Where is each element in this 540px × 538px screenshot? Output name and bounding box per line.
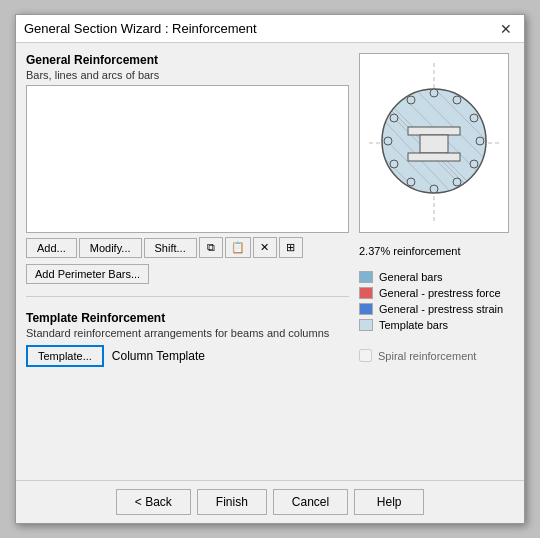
delete-icon-button[interactable]: ✕ — [253, 237, 277, 258]
svg-point-20 — [470, 114, 478, 122]
svg-point-24 — [430, 185, 438, 193]
dialog-footer: < Back Finish Cancel Help — [16, 480, 524, 523]
shift-button[interactable]: Shift... — [144, 238, 197, 258]
svg-point-23 — [453, 178, 461, 186]
modify-button[interactable]: Modify... — [79, 238, 142, 258]
perimeter-row: Add Perimeter Bars... — [26, 264, 349, 284]
cancel-button[interactable]: Cancel — [273, 489, 348, 515]
legend-color-general — [359, 271, 373, 283]
add-perimeter-button[interactable]: Add Perimeter Bars... — [26, 264, 149, 284]
svg-rect-16 — [420, 135, 448, 153]
svg-point-27 — [384, 137, 392, 145]
svg-point-28 — [390, 114, 398, 122]
svg-rect-15 — [408, 127, 460, 135]
toolbar-row: Add... Modify... Shift... ⧉ 📋 ✕ ⊞ — [26, 237, 349, 258]
copy-icon-button[interactable]: ⧉ — [199, 237, 223, 258]
add-button[interactable]: Add... — [26, 238, 77, 258]
close-button[interactable]: ✕ — [496, 22, 516, 36]
template-buttons-row: Template... Column Template — [26, 345, 349, 367]
svg-point-21 — [476, 137, 484, 145]
template-reinforcement-sublabel: Standard reinforcement arrangements for … — [26, 327, 349, 339]
paste-icon-button[interactable]: 📋 — [225, 237, 251, 258]
spiral-row: Spiral reinforcement — [359, 349, 514, 362]
extra-icon-button[interactable]: ⊞ — [279, 237, 303, 258]
title-bar: General Section Wizard : Reinforcement ✕ — [16, 15, 524, 43]
general-reinforcement-label: General Reinforcement — [26, 53, 349, 67]
legend-item-prestress-strain: General - prestress strain — [359, 303, 514, 315]
column-template-label: Column Template — [112, 349, 205, 363]
right-panel: 2.37% reinforcement General bars General… — [359, 53, 514, 470]
legend-item-template-bars: Template bars — [359, 319, 514, 331]
legend-label-prestress-force: General - prestress force — [379, 287, 501, 299]
legend-item-general: General bars — [359, 271, 514, 283]
general-reinforcement-section: General Reinforcement Bars, lines and ar… — [26, 53, 349, 284]
svg-rect-17 — [408, 153, 460, 161]
legend-color-prestress-strain — [359, 303, 373, 315]
finish-button[interactable]: Finish — [197, 489, 267, 515]
svg-point-26 — [390, 160, 398, 168]
legend-label-template-bars: Template bars — [379, 319, 448, 331]
dialog: General Section Wizard : Reinforcement ✕… — [15, 14, 525, 524]
legend-color-template-bars — [359, 319, 373, 331]
legend-label-prestress-strain: General - prestress strain — [379, 303, 503, 315]
help-button[interactable]: Help — [354, 489, 424, 515]
dialog-body: General Reinforcement Bars, lines and ar… — [16, 43, 524, 480]
svg-point-18 — [430, 89, 438, 97]
legend-label-general: General bars — [379, 271, 443, 283]
divider — [26, 296, 349, 297]
spiral-label: Spiral reinforcement — [378, 350, 476, 362]
template-reinforcement-label: Template Reinforcement — [26, 311, 349, 325]
template-reinforcement-section: Template Reinforcement Standard reinforc… — [26, 311, 349, 367]
back-button[interactable]: < Back — [116, 489, 191, 515]
legend: General bars General - prestress force G… — [359, 271, 514, 331]
legend-item-prestress-force: General - prestress force — [359, 287, 514, 299]
legend-color-prestress-force — [359, 287, 373, 299]
dialog-title: General Section Wizard : Reinforcement — [24, 21, 257, 36]
spiral-checkbox[interactable] — [359, 349, 372, 362]
preview-box — [359, 53, 509, 233]
reinforcement-pct: 2.37% reinforcement — [359, 245, 514, 257]
svg-point-25 — [407, 178, 415, 186]
svg-point-19 — [453, 96, 461, 104]
preview-svg — [364, 58, 504, 228]
template-button[interactable]: Template... — [26, 345, 104, 367]
general-reinforcement-sublabel: Bars, lines and arcs of bars — [26, 69, 349, 81]
bars-listbox[interactable] — [26, 85, 349, 233]
svg-point-22 — [470, 160, 478, 168]
left-panel: General Reinforcement Bars, lines and ar… — [26, 53, 349, 470]
svg-point-29 — [407, 96, 415, 104]
